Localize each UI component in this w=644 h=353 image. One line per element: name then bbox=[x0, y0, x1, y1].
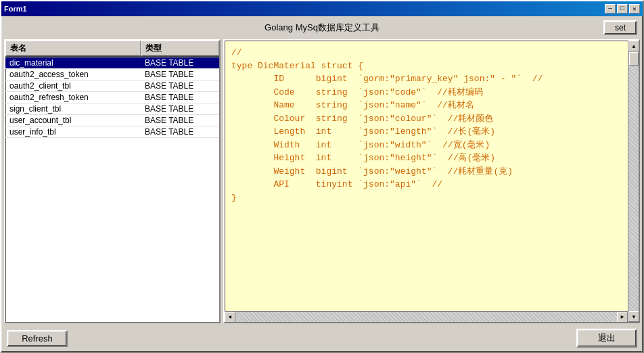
window-title: Form1 bbox=[4, 5, 27, 13]
window-controls: ─ □ ✕ bbox=[605, 4, 640, 14]
table-cell-name: oauth2_access_token bbox=[5, 69, 141, 80]
table-cell-name: user_account_tbl bbox=[5, 115, 141, 126]
table-cell-type: BASE TABLE bbox=[141, 115, 219, 126]
table-cell-name: oauth2_client_tbl bbox=[5, 80, 141, 91]
table-row[interactable]: oauth2_access_tokenBASE TABLE bbox=[5, 69, 219, 80]
table-list-panel: 表名 类型 dic_materialBASE TABLEoauth2_acces… bbox=[4, 39, 221, 323]
table-cell-type: BASE TABLE bbox=[141, 103, 219, 114]
titlebar: Form1 ─ □ ✕ bbox=[1, 1, 643, 16]
set-button[interactable]: set bbox=[603, 20, 637, 35]
hscroll-track[interactable] bbox=[235, 312, 617, 322]
bottom-bar: Refresh 退出 bbox=[4, 326, 640, 349]
table-cell-type: BASE TABLE bbox=[141, 80, 219, 91]
col-type-header: 类型 bbox=[141, 41, 219, 57]
code-panel-row: // type DicMaterial struct { ID bigint `… bbox=[225, 41, 639, 322]
table-row[interactable]: user_info_tblBASE TABLE bbox=[5, 126, 219, 138]
table-cell-name: sign_client_tbl bbox=[5, 103, 141, 114]
window-content: Golang MySq数据库定义工具 set 表名 类型 dic_materia… bbox=[1, 16, 643, 352]
maximize-button[interactable]: □ bbox=[617, 4, 628, 14]
vertical-scrollbar: ▲ ▼ bbox=[628, 41, 639, 322]
scroll-down-button[interactable]: ▼ bbox=[628, 311, 639, 322]
top-bar: Golang MySq数据库定义工具 set bbox=[4, 19, 640, 37]
table-row[interactable]: oauth2_client_tblBASE TABLE bbox=[5, 80, 219, 92]
table-row[interactable]: sign_client_tblBASE TABLE bbox=[5, 103, 219, 115]
code-content: // type DicMaterial struct { ID bigint `… bbox=[231, 46, 621, 204]
table-cell-type: BASE TABLE bbox=[141, 126, 219, 137]
table-row[interactable]: dic_materialBASE TABLE bbox=[5, 57, 219, 69]
vscroll-thumb[interactable] bbox=[629, 52, 639, 66]
app-title: Golang MySq数据库定义工具 bbox=[41, 22, 603, 34]
main-area: 表名 类型 dic_materialBASE TABLEoauth2_acces… bbox=[4, 39, 640, 323]
table-cell-name: user_info_tbl bbox=[5, 126, 141, 137]
table-cell-name: dic_material bbox=[5, 57, 141, 68]
table-cell-type: BASE TABLE bbox=[141, 57, 219, 68]
scroll-right-button[interactable]: ► bbox=[617, 312, 628, 323]
table-cell-type: BASE TABLE bbox=[141, 69, 219, 80]
horizontal-scrollbar: ◄ ► bbox=[225, 311, 628, 322]
close-button[interactable]: ✕ bbox=[629, 4, 640, 14]
code-panel-inner: // type DicMaterial struct { ID bigint `… bbox=[225, 41, 628, 322]
main-window: Form1 ─ □ ✕ Golang MySq数据库定义工具 set 表名 类型… bbox=[0, 0, 644, 353]
minimize-button[interactable]: ─ bbox=[605, 4, 616, 14]
table-body[interactable]: dic_materialBASE TABLEoauth2_access_toke… bbox=[5, 57, 219, 322]
table-cell-name: oauth2_refresh_token bbox=[5, 92, 141, 103]
code-scroll-area[interactable]: // type DicMaterial struct { ID bigint `… bbox=[225, 41, 628, 311]
exit-button[interactable]: 退出 bbox=[576, 329, 637, 348]
table-cell-type: BASE TABLE bbox=[141, 92, 219, 103]
vscroll-track[interactable] bbox=[628, 51, 639, 311]
col-name-header: 表名 bbox=[5, 41, 141, 57]
scroll-left-button[interactable]: ◄ bbox=[225, 312, 235, 323]
scroll-up-button[interactable]: ▲ bbox=[628, 41, 639, 51]
code-panel: // type DicMaterial struct { ID bigint `… bbox=[223, 39, 640, 323]
table-row[interactable]: user_account_tblBASE TABLE bbox=[5, 115, 219, 126]
refresh-button[interactable]: Refresh bbox=[7, 330, 68, 347]
table-row[interactable]: oauth2_refresh_tokenBASE TABLE bbox=[5, 92, 219, 103]
table-header: 表名 类型 bbox=[5, 41, 219, 57]
